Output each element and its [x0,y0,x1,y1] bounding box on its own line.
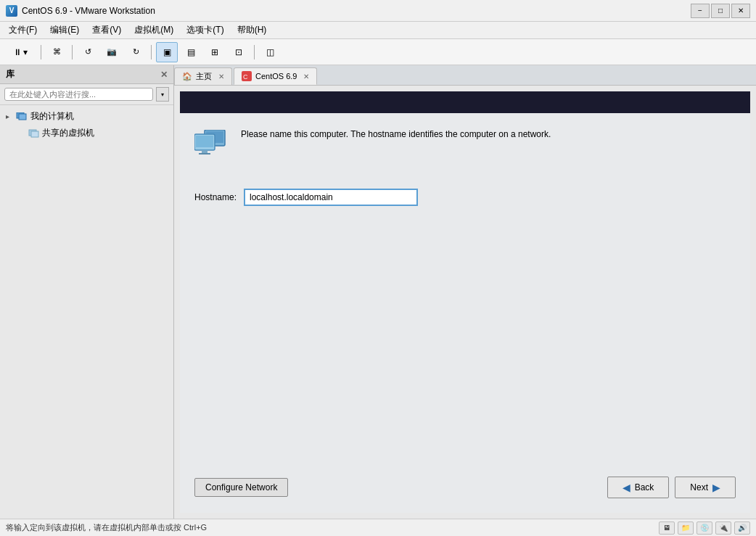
setup-description: Please name this computer. The hostname … [241,128,736,141]
expand-icon: ▸ [6,112,13,120]
main-layout: 库 ✕ ▾ ▸ 我的计算机 [0,65,756,519]
sidebar: 库 ✕ ▾ ▸ 我的计算机 [0,65,174,519]
menu-vm[interactable]: 虚拟机(M) [128,22,179,38]
next-label: Next [690,482,708,492]
app-icon: V [6,5,17,17]
centos-tab-close[interactable]: ✕ [303,73,309,81]
sidebar-item-shared-vm[interactable]: 共享的虚拟机 [0,125,173,141]
toolbar-separator-2 [72,45,73,59]
send-ctrl-alt-del-button[interactable]: ⌘ [46,42,67,62]
menu-help[interactable]: 帮助(H) [231,22,273,38]
home-tab-label: 主页 [196,71,212,82]
search-dropdown-button[interactable]: ▾ [156,87,169,102]
back-button[interactable]: ◀ Back [607,477,670,498]
toolbar-separator-4 [254,45,255,59]
sidebar-tree: ▸ 我的计算机 共享的虚拟机 [0,105,173,519]
help-button[interactable]: ◫ [259,42,281,62]
vm-header-bar [180,91,750,113]
centos-tab-icon: C [242,71,252,81]
status-icon-audio[interactable]: 🔊 [734,521,750,535]
svg-rect-11 [199,153,210,154]
unity-button[interactable]: ▤ [180,42,202,62]
setup-spacer [194,206,736,477]
configure-network-button[interactable]: Configure Network [194,478,288,497]
setup-content: Please name this computer. The hostname … [180,113,750,513]
shared-vm-icon [28,129,39,138]
hostname-input[interactable] [244,189,418,206]
menu-tabs[interactable]: 选项卡(T) [181,22,229,38]
status-icon-disc[interactable]: 💿 [697,521,712,535]
sidebar-item-my-computer[interactable]: ▸ 我的计算机 [0,108,173,125]
chevron-down-icon: ▾ [161,91,164,98]
toolbar: ⏸ ▾ ⌘ ↺ 📷 ↻ ▣ ▤ ⊞ ⊡ ◫ [0,39,756,65]
menu-view[interactable]: 查看(V) [86,22,127,38]
vm-content: Please name this computer. The hostname … [174,86,756,519]
tablet-button[interactable]: ⊡ [228,42,250,62]
computer-icon [16,112,28,121]
back-arrow-icon: ◀ [623,482,630,493]
nav-buttons: ◀ Back Next ▶ [607,477,736,498]
power-button[interactable]: ↺ [77,42,99,62]
setup-description-text: Please name this computer. The hostname … [241,128,736,141]
status-bar: 将输入定向到该虚拟机，请在虚拟机内部单击或按 Ctrl+G 🖥 📁 💿 🔌 🔊 [0,519,756,536]
back-label: Back [635,482,654,492]
maximize-button[interactable]: □ [711,4,730,18]
window-controls: − □ ✕ [691,4,750,18]
status-icon-folder[interactable]: 📁 [678,521,694,535]
svg-rect-9 [196,136,213,147]
full-screen-button[interactable]: ▣ [156,42,178,62]
svg-rect-10 [202,150,208,153]
title-bar: V CentOS 6.9 - VMware Workstation − □ ✕ [0,0,756,22]
pause-dropdown-icon: ▾ [23,47,28,57]
console-button[interactable]: ⊞ [204,42,226,62]
centos-tab-label: CentOS 6.9 [255,72,297,81]
home-tab-icon: 🏠 [182,72,192,82]
revert-button[interactable]: ↻ [125,42,147,62]
status-icon-power[interactable]: 🔌 [715,521,731,535]
menu-bar: 文件(F) 编辑(E) 查看(V) 虚拟机(M) 选项卡(T) 帮助(H) [0,22,756,39]
toolbar-separator-3 [151,45,152,59]
next-button[interactable]: Next ▶ [675,477,736,498]
sidebar-search-area: ▾ [0,84,173,105]
menu-file[interactable]: 文件(F) [3,22,43,38]
pause-button[interactable]: ⏸ ▾ [4,42,36,62]
window-title: CentOS 6.9 - VMware Workstation [22,6,691,16]
status-icon-monitor[interactable]: 🖥 [659,521,675,535]
next-arrow-icon: ▶ [712,482,720,493]
status-icons: 🖥 📁 💿 🔌 🔊 [659,521,750,535]
computer-setup-icon [194,130,229,160]
sidebar-close-button[interactable]: ✕ [160,70,168,80]
svg-text:C: C [243,73,248,81]
home-tab-close[interactable]: ✕ [218,73,224,81]
status-text: 将输入定向到该虚拟机，请在虚拟机内部单击或按 Ctrl+G [6,522,207,533]
shared-vm-label: 共享的虚拟机 [42,127,94,139]
hostname-label: Hostname: [194,192,237,202]
close-button[interactable]: ✕ [731,4,750,18]
pause-icon: ⏸ [13,47,22,57]
sidebar-title: 库 [6,68,15,81]
setup-icon [194,128,229,162]
tabs-bar: 🏠 主页 ✕ C CentOS 6.9 ✕ [174,65,756,86]
sidebar-header: 库 ✕ [0,65,173,84]
content-area: 🏠 主页 ✕ C CentOS 6.9 ✕ [174,65,756,519]
hostname-row: Hostname: [194,189,736,206]
svg-rect-1 [19,114,26,120]
search-input[interactable] [4,88,153,101]
setup-footer: Configure Network ◀ Back Next ▶ [194,477,736,498]
tab-home[interactable]: 🏠 主页 ✕ [174,67,232,85]
setup-body: Please name this computer. The hostname … [194,128,736,162]
tab-centos[interactable]: C CentOS 6.9 ✕ [234,67,317,85]
snapshot-button[interactable]: 📷 [101,42,123,62]
menu-edit[interactable]: 编辑(E) [44,22,85,38]
toolbar-separator-1 [41,45,41,59]
minimize-button[interactable]: − [691,4,710,18]
svg-rect-3 [31,131,38,137]
my-computer-label: 我的计算机 [30,110,74,123]
